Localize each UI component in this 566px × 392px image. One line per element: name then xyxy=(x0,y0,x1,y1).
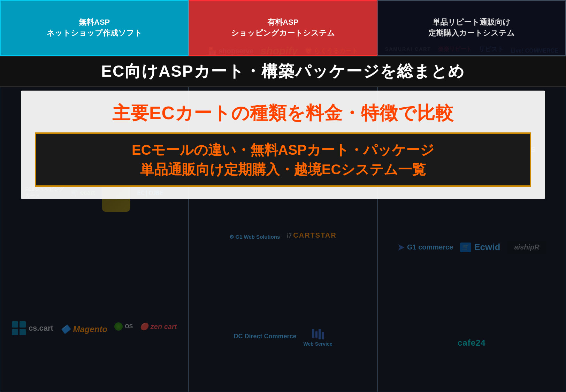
header-subscription-text: 単品リピート通販向け 定期購入カートシステム xyxy=(428,17,515,39)
ecwid-bg: Ecwid xyxy=(474,242,500,253)
cartstar-bg: CARTSTAR xyxy=(293,231,337,239)
header-subscription: 単品リピート通販向け 定期購入カートシステム xyxy=(377,0,566,56)
header-paid-asp-text: 有料ASP ショッピングカートシステム xyxy=(231,17,335,39)
header-free-asp-text: 無料ASP ネットショップ作成ソフト xyxy=(47,17,142,39)
overlay-section: 主要ECカートの種類を料金・特徴で比較 ECモールの違い・無料ASPカート・パッ… xyxy=(21,91,545,199)
aiship-bg: aishipR xyxy=(514,243,539,251)
os-bg: OS xyxy=(125,323,133,330)
dc-bg: DC Direct Commerce xyxy=(234,333,296,340)
overlay-subtitle-bar: ECモールの違い・無料ASPカート・パッケージ 単品通販向け定期購入・越境ECシ… xyxy=(35,132,531,187)
cafe24-bg: cafe24 xyxy=(458,338,486,347)
zencart-bg: 🔴 zen cart xyxy=(140,322,177,331)
header-free-asp: 無料ASP ネットショップ作成ソフト xyxy=(0,0,189,56)
top-header: 無料ASP ネットショップ作成ソフト 有料ASP ショッピングカートシステム 単… xyxy=(0,0,566,56)
overlay-subtitle-line2: 単品通販向け定期購入・越境ECシステム一覧 xyxy=(47,160,519,179)
overlay-subtitle-line1: ECモールの違い・無料ASPカート・パッケージ xyxy=(47,140,519,160)
g1web-bg: ⚙ G1 Web Solutions xyxy=(229,234,280,240)
cscart-bg: cs.cart xyxy=(29,324,53,333)
g1commerce-bg: G1 commerce xyxy=(407,243,453,251)
cartnum-bg: i7 xyxy=(287,233,291,239)
main-title: EC向けASPカート・構築パッケージを総まとめ xyxy=(101,61,465,82)
webservice-bg: Web Service xyxy=(304,341,332,347)
overlay-title: 主要ECカートの種類を料金・特徴で比較 xyxy=(35,101,531,125)
main-title-bar: EC向けASPカート・構築パッケージを総まとめ xyxy=(0,56,566,87)
header-paid-asp: 有料ASP ショッピングカートシステム xyxy=(189,0,377,56)
magento-bg: 🔷 Magento xyxy=(60,324,107,334)
